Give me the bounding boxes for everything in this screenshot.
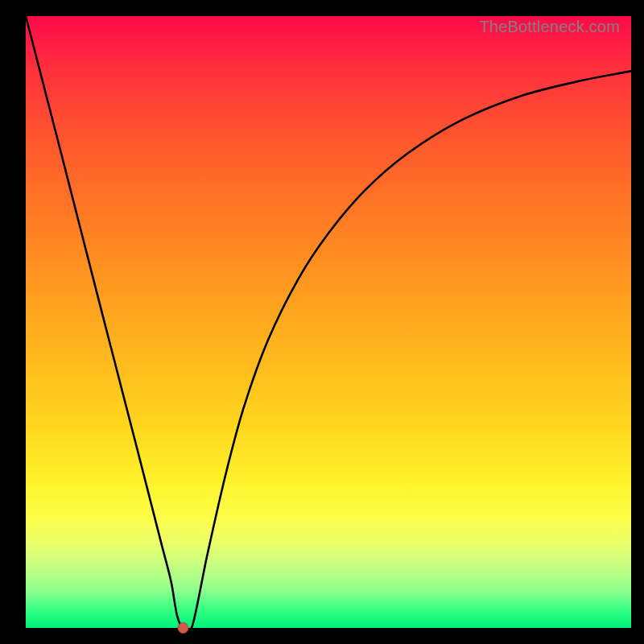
curve-svg (26, 16, 631, 628)
chart-frame: TheBottleneck.com (0, 0, 644, 644)
plot-area: TheBottleneck.com (26, 16, 631, 628)
minimum-marker (178, 623, 188, 634)
bottleneck-curve (26, 16, 631, 633)
